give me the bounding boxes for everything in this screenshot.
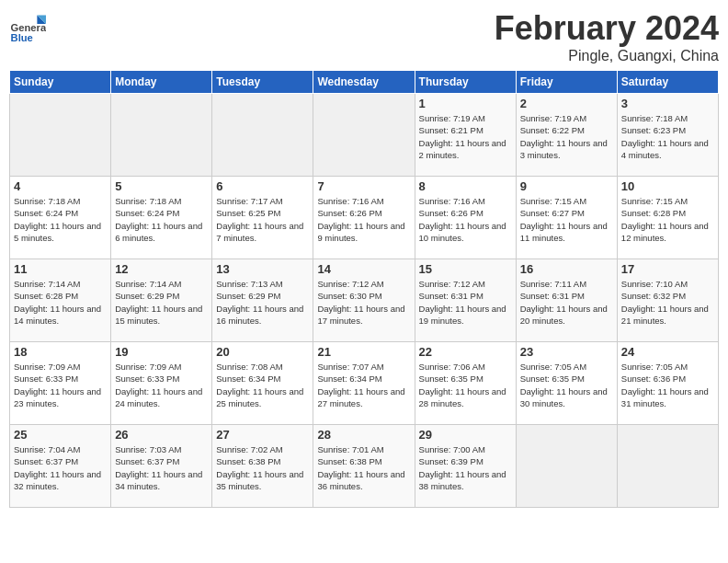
calendar-cell: 7Sunrise: 7:16 AMSunset: 6:26 PMDaylight… [313,177,415,259]
calendar-cell [10,94,111,177]
day-info: Sunrise: 7:12 AMSunset: 6:31 PMDaylight:… [419,278,512,327]
calendar-cell: 11Sunrise: 7:14 AMSunset: 6:28 PMDayligh… [10,259,111,342]
day-number: 9 [520,179,613,193]
day-number: 8 [419,179,512,193]
calendar-cell: 23Sunrise: 7:05 AMSunset: 6:35 PMDayligh… [516,342,617,425]
calendar-cell: 4Sunrise: 7:18 AMSunset: 6:24 PMDaylight… [10,177,111,259]
day-number: 26 [115,428,208,442]
day-number: 24 [621,345,714,359]
day-number: 5 [115,179,208,193]
day-info: Sunrise: 7:05 AMSunset: 6:36 PMDaylight:… [621,361,714,409]
calendar-cell: 9Sunrise: 7:15 AMSunset: 6:27 PMDaylight… [516,177,617,259]
day-number: 23 [520,345,613,359]
day-info: Sunrise: 7:10 AMSunset: 6:32 PMDaylight:… [621,278,714,327]
day-number: 28 [317,428,410,442]
day-number: 27 [216,428,309,442]
logo-icon: General Blue [9,9,46,46]
calendar-cell: 14Sunrise: 7:12 AMSunset: 6:30 PMDayligh… [313,259,415,342]
calendar-week-1: 1Sunrise: 7:19 AMSunset: 6:21 PMDaylight… [10,94,719,177]
calendar-cell [617,425,718,508]
calendar-cell [111,94,212,177]
calendar-cell: 19Sunrise: 7:09 AMSunset: 6:33 PMDayligh… [111,342,212,425]
day-info: Sunrise: 7:01 AMSunset: 6:38 PMDaylight:… [317,443,410,492]
day-info: Sunrise: 7:19 AMSunset: 6:21 PMDaylight:… [419,112,512,161]
calendar-cell: 3Sunrise: 7:18 AMSunset: 6:23 PMDaylight… [617,94,718,177]
calendar-cell: 21Sunrise: 7:07 AMSunset: 6:34 PMDayligh… [313,342,415,425]
day-info: Sunrise: 7:06 AMSunset: 6:35 PMDaylight:… [419,361,512,409]
day-number: 1 [419,97,512,110]
weekday-header-wednesday: Wednesday [313,71,415,94]
weekday-header-saturday: Saturday [617,71,718,94]
day-info: Sunrise: 7:03 AMSunset: 6:37 PMDaylight:… [115,443,208,492]
day-number: 7 [317,179,410,193]
day-info: Sunrise: 7:13 AMSunset: 6:29 PMDaylight:… [216,278,309,327]
day-number: 20 [216,345,309,359]
day-number: 12 [115,262,208,276]
calendar-cell: 16Sunrise: 7:11 AMSunset: 6:31 PMDayligh… [516,259,617,342]
weekday-header-sunday: Sunday [10,71,111,94]
day-info: Sunrise: 7:09 AMSunset: 6:33 PMDaylight:… [115,361,208,409]
day-info: Sunrise: 7:18 AMSunset: 6:23 PMDaylight:… [621,112,714,161]
day-number: 14 [317,262,410,276]
day-number: 2 [520,97,613,110]
calendar-cell [313,94,415,177]
day-number: 17 [621,262,714,276]
calendar-cell [212,94,313,177]
calendar-cell: 8Sunrise: 7:16 AMSunset: 6:26 PMDaylight… [415,177,516,259]
calendar-cell: 1Sunrise: 7:19 AMSunset: 6:21 PMDaylight… [415,94,516,177]
calendar-week-2: 4Sunrise: 7:18 AMSunset: 6:24 PMDaylight… [10,177,719,259]
page-header: General Blue February 2024 Pingle, Guang… [9,9,719,64]
calendar-week-4: 18Sunrise: 7:09 AMSunset: 6:33 PMDayligh… [10,342,719,425]
weekday-header-thursday: Thursday [415,71,516,94]
calendar-week-3: 11Sunrise: 7:14 AMSunset: 6:28 PMDayligh… [10,259,719,342]
day-info: Sunrise: 7:07 AMSunset: 6:34 PMDaylight:… [317,361,410,409]
day-number: 22 [419,345,512,359]
day-info: Sunrise: 7:00 AMSunset: 6:39 PMDaylight:… [419,443,512,492]
day-number: 10 [621,179,714,193]
day-info: Sunrise: 7:15 AMSunset: 6:28 PMDaylight:… [621,195,714,244]
calendar-cell: 17Sunrise: 7:10 AMSunset: 6:32 PMDayligh… [617,259,718,342]
calendar-cell [516,425,617,508]
day-info: Sunrise: 7:02 AMSunset: 6:38 PMDaylight:… [216,443,309,492]
day-number: 29 [419,428,512,442]
calendar-cell: 25Sunrise: 7:04 AMSunset: 6:37 PMDayligh… [10,425,111,508]
calendar-cell: 28Sunrise: 7:01 AMSunset: 6:38 PMDayligh… [313,425,415,508]
calendar-cell: 15Sunrise: 7:12 AMSunset: 6:31 PMDayligh… [415,259,516,342]
month-title: February 2024 [495,9,719,48]
weekday-header-row: SundayMondayTuesdayWednesdayThursdayFrid… [10,71,719,94]
day-number: 11 [14,262,107,276]
weekday-header-tuesday: Tuesday [212,71,313,94]
day-number: 16 [520,262,613,276]
day-info: Sunrise: 7:12 AMSunset: 6:30 PMDaylight:… [317,278,410,327]
day-number: 15 [419,262,512,276]
calendar-cell: 24Sunrise: 7:05 AMSunset: 6:36 PMDayligh… [617,342,718,425]
day-number: 3 [621,97,714,110]
day-info: Sunrise: 7:17 AMSunset: 6:25 PMDaylight:… [216,195,309,244]
day-number: 19 [115,345,208,359]
day-info: Sunrise: 7:05 AMSunset: 6:35 PMDaylight:… [520,361,613,409]
calendar-cell: 27Sunrise: 7:02 AMSunset: 6:38 PMDayligh… [212,425,313,508]
calendar-week-5: 25Sunrise: 7:04 AMSunset: 6:37 PMDayligh… [10,425,719,508]
day-info: Sunrise: 7:11 AMSunset: 6:31 PMDaylight:… [520,278,613,327]
day-info: Sunrise: 7:18 AMSunset: 6:24 PMDaylight:… [115,195,208,244]
calendar-body: 1Sunrise: 7:19 AMSunset: 6:21 PMDaylight… [10,94,719,508]
calendar-cell: 6Sunrise: 7:17 AMSunset: 6:25 PMDaylight… [212,177,313,259]
day-number: 4 [14,179,107,193]
day-info: Sunrise: 7:15 AMSunset: 6:27 PMDaylight:… [520,195,613,244]
calendar-cell: 5Sunrise: 7:18 AMSunset: 6:24 PMDaylight… [111,177,212,259]
calendar-cell: 22Sunrise: 7:06 AMSunset: 6:35 PMDayligh… [415,342,516,425]
svg-text:Blue: Blue [11,32,33,43]
day-number: 18 [14,345,107,359]
day-info: Sunrise: 7:19 AMSunset: 6:22 PMDaylight:… [520,112,613,161]
day-info: Sunrise: 7:16 AMSunset: 6:26 PMDaylight:… [317,195,410,244]
calendar-cell: 26Sunrise: 7:03 AMSunset: 6:37 PMDayligh… [111,425,212,508]
calendar-cell: 12Sunrise: 7:14 AMSunset: 6:29 PMDayligh… [111,259,212,342]
calendar-table: SundayMondayTuesdayWednesdayThursdayFrid… [9,70,719,508]
day-info: Sunrise: 7:16 AMSunset: 6:26 PMDaylight:… [419,195,512,244]
calendar-cell: 13Sunrise: 7:13 AMSunset: 6:29 PMDayligh… [212,259,313,342]
day-info: Sunrise: 7:14 AMSunset: 6:29 PMDaylight:… [115,278,208,327]
logo: General Blue [9,9,50,46]
day-info: Sunrise: 7:14 AMSunset: 6:28 PMDaylight:… [14,278,107,327]
calendar-cell: 10Sunrise: 7:15 AMSunset: 6:28 PMDayligh… [617,177,718,259]
day-number: 21 [317,345,410,359]
